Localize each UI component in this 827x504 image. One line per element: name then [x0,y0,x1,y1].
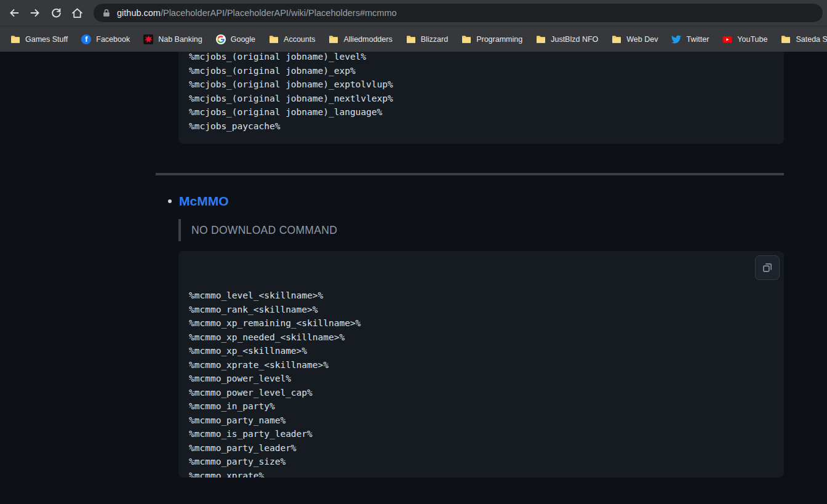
wiki-page: %mcjobs_(original jobname)_level% %mcjob… [0,52,827,503]
list-bullet [168,199,172,203]
copy-button[interactable] [755,255,780,280]
bookmark-label: Sateda Serv [796,35,827,44]
reload-icon [50,7,63,20]
forward-button[interactable] [25,2,46,23]
copy-icon [762,262,773,273]
folder-icon [612,34,621,44]
bookmark-label: Nab Banking [158,35,202,44]
back-button[interactable] [4,2,25,23]
bookmark-twitter[interactable]: Twitter [665,31,716,47]
facebook-icon: f [81,34,91,44]
back-icon [7,6,21,20]
bookmark-sateda-serv[interactable]: Sateda Serv [774,31,827,47]
bookmark-label: Accounts [284,35,315,44]
bookmark-label: Google [231,35,255,44]
bookmark-label: YouTube [737,35,767,44]
mcmmo-heading-link[interactable]: McMMO [179,194,229,209]
bookmark-games-stuff[interactable]: Games Stuff [4,31,74,47]
bookmark-label: Programming [476,35,522,44]
bookmark-label: Games Stuff [25,35,68,44]
bookmark-label: Web Dev [626,35,658,44]
no-download-blockquote: NO DOWNLOAD COMMAND [178,219,337,241]
section-divider [156,173,784,175]
forward-icon [28,6,42,20]
youtube-icon [722,34,732,44]
bookmark-label: Alliedmodders [343,35,392,44]
twitter-icon [671,34,681,44]
mcmmo-code-block: %mcmmo_level_<skillname>% %mcmmo_rank_<s… [178,251,784,478]
url-path: /PlaceholderAPI/PlaceholderAPI/wiki/Plac… [161,8,397,18]
bookmark-blizzard[interactable]: Blizzard [399,31,455,47]
mcmmo-code-text: %mcmmo_level_<skillname>% %mcmmo_rank_<s… [189,289,773,478]
address-bar[interactable]: github.com/PlaceholderAPI/PlaceholderAPI… [94,4,823,22]
reload-button[interactable] [46,2,66,23]
bookmark-justblzd-nfo[interactable]: JustBlzd NFO [529,31,605,47]
mcjobs-code-block: %mcjobs_(original jobname)_level% %mcjob… [178,52,784,144]
folder-icon [536,34,546,44]
folder-icon [269,34,279,44]
folder-icon [10,34,20,44]
folder-icon [329,34,338,44]
bookmarks-bar: Games Stuff f Facebook Nab Banking Googl… [0,26,827,52]
bookmark-web-dev[interactable]: Web Dev [605,31,665,47]
bookmark-label: Twitter [686,35,709,44]
no-download-text: NO DOWNLOAD COMMAND [191,224,337,237]
folder-icon [781,34,791,44]
google-icon [216,34,226,44]
mcmmo-section-heading: McMMO [168,194,229,209]
home-icon [71,7,84,20]
bookmark-label: Facebook [96,35,130,44]
home-button[interactable] [66,2,87,23]
bookmark-facebook[interactable]: f Facebook [74,31,137,47]
bookmark-programming[interactable]: Programming [455,31,529,47]
wiki-content: %mcjobs_(original jobname)_level% %mcjob… [156,52,784,503]
url-text: github.com/PlaceholderAPI/PlaceholderAPI… [117,8,397,18]
bookmark-accounts[interactable]: Accounts [262,31,322,47]
nab-star-icon [143,34,153,44]
bookmark-nab-banking[interactable]: Nab Banking [137,31,209,47]
lock-icon [102,9,111,17]
browser-toolbar: github.com/PlaceholderAPI/PlaceholderAPI… [0,0,827,26]
bookmark-youtube[interactable]: YouTube [716,31,774,47]
folder-icon [461,34,471,44]
bookmark-label: Blizzard [421,35,448,44]
bookmark-google[interactable]: Google [209,31,262,47]
url-host: github.com [117,8,161,18]
bookmark-alliedmodders[interactable]: Alliedmodders [322,31,399,47]
bookmark-label: JustBlzd NFO [551,35,598,44]
folder-icon [406,34,416,44]
